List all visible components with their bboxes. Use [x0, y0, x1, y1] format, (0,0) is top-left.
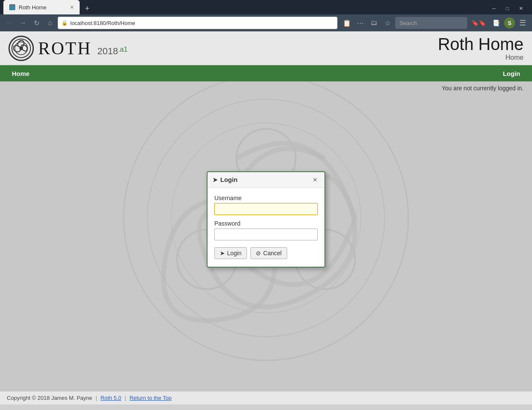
dialog-title-icon: ➤ [213, 176, 218, 183]
password-group: Password [214, 220, 318, 240]
logo-version: 2018 [97, 46, 118, 56]
footer-sep2: | [125, 395, 126, 401]
dialog-header: ➤ Login ✕ [208, 172, 324, 188]
login-dialog: ➤ Login ✕ Username Password [207, 171, 325, 268]
dialog-actions: ➤ Login ⊘ Cancel [214, 245, 318, 260]
tab-title: Roth Home [19, 4, 47, 11]
app-header: Roth 2018.a1 Roth Home Home [0, 31, 532, 65]
header-title-main: Roth Home [438, 35, 524, 54]
logo-text-group: Roth 2018.a1 [38, 38, 127, 59]
login-btn-icon: ➤ [220, 250, 225, 257]
address-lock-icon: 🔒 [61, 20, 68, 26]
address-text: localhost:8180/Roth/Home [70, 20, 135, 26]
more-button[interactable]: ⋯ [355, 17, 366, 29]
browser-chrome: 🌐 Roth Home × + ─ □ ✕ ← → ↻ ⌂ 🔒 localhos… [0, 0, 532, 31]
password-input[interactable] [214, 229, 318, 240]
app-main: You are not currently logged in. ➤ Login… [0, 81, 532, 357]
password-label: Password [214, 220, 318, 227]
dialog-body: Username Password ➤ Login ⊘ [208, 188, 324, 267]
login-button[interactable]: ➤ Login [214, 247, 247, 259]
footer-copyright: Copyright © 2018 James M. Payne [7, 395, 92, 401]
dialog-overlay: ➤ Login ✕ Username Password [0, 81, 532, 357]
cancel-btn-icon: ⊘ [256, 250, 261, 257]
nav-home[interactable]: Home [7, 67, 35, 81]
synced-tabs-button[interactable]: 📑 [490, 18, 502, 28]
window-close-button[interactable]: ✕ [515, 3, 527, 14]
tab-close-button[interactable]: × [70, 4, 74, 11]
bookmarks-sidebar-button[interactable]: 🔖🔖 [469, 18, 488, 28]
footer-sep1: | [96, 395, 97, 401]
search-input[interactable] [395, 17, 467, 29]
forward-button[interactable]: → [17, 17, 29, 29]
logo-icon [8, 36, 34, 61]
minimize-button[interactable]: ─ [488, 3, 500, 14]
home-button[interactable]: ⌂ [44, 17, 56, 29]
header-title-area: Roth Home Home [438, 35, 524, 61]
reader-view-button[interactable]: 📋 [341, 17, 353, 29]
tab-bar: 🌐 Roth Home × + ─ □ ✕ [0, 0, 532, 14]
toolbar-actions: 📋 ⋯ 🗂 ☆ [341, 17, 393, 29]
logo-version-sub: .a1 [118, 45, 127, 53]
username-group: Username [214, 195, 318, 215]
app-footer: Copyright © 2018 James M. Payne | Roth 5… [0, 391, 532, 404]
new-tab-button[interactable]: + [81, 3, 93, 14]
nav-bar: Home Login [0, 65, 532, 81]
refresh-button[interactable]: ↻ [30, 17, 42, 29]
dialog-close-button[interactable]: ✕ [311, 176, 319, 184]
app-wrapper: Roth 2018.a1 Roth Home Home Home Login Y… [0, 31, 532, 404]
dialog-title: ➤ Login [213, 176, 238, 183]
browser-toolbar: ← → ↻ ⌂ 🔒 localhost:8180/Roth/Home 📋 ⋯ 🗂… [0, 14, 532, 31]
profile-button[interactable]: S [504, 17, 515, 28]
tab-favicon: 🌐 [9, 4, 15, 10]
nav-login[interactable]: Login [498, 67, 525, 81]
username-label: Username [214, 195, 318, 201]
header-title-sub: Home [438, 54, 524, 61]
svg-point-10 [19, 47, 23, 50]
menu-button[interactable]: ☰ [517, 17, 529, 29]
logo-text: Roth [38, 39, 97, 58]
logo-area: Roth 2018.a1 [8, 36, 127, 61]
footer-top-link[interactable]: Return to the Top [130, 395, 172, 401]
back-button[interactable]: ← [3, 17, 15, 29]
username-input[interactable] [214, 203, 318, 215]
address-bar[interactable]: 🔒 localhost:8180/Roth/Home [58, 17, 338, 29]
pocket-button[interactable]: 🗂 [368, 17, 380, 29]
maximize-button[interactable]: □ [502, 3, 513, 14]
bookmark-button[interactable]: ☆ [382, 17, 393, 29]
browser-tab[interactable]: 🌐 Roth Home × [3, 0, 80, 14]
cancel-button[interactable]: ⊘ Cancel [250, 247, 287, 259]
footer-version-link[interactable]: Roth 5.0 [100, 395, 121, 401]
